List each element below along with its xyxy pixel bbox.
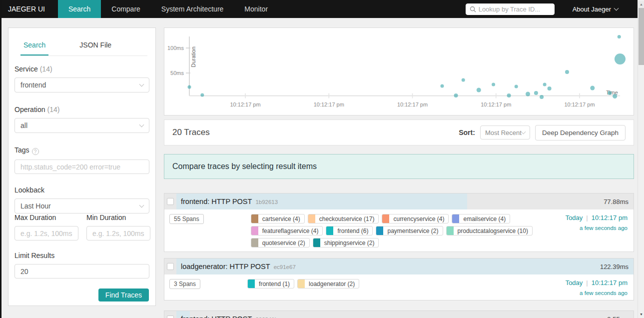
svg-text:50ms: 50ms <box>170 70 184 76</box>
lookback-label: Lookback <box>14 186 149 194</box>
service-tag: productcatalogservice (10) <box>446 226 533 236</box>
trace-select-checkbox[interactable] <box>167 263 174 270</box>
trace-result-item[interactable]: frontend: HTTP POST 066341b 3.55ms <box>164 310 634 318</box>
service-tag: checkoutservice (17) <box>308 214 379 224</box>
sort-select[interactable]: Most Recent <box>480 126 530 140</box>
nav-tab-search[interactable]: Search <box>58 0 101 18</box>
trace-header[interactable]: frontend: HTTP POST 1b92613 77.88ms <box>164 194 634 210</box>
about-jaeger-menu[interactable]: About Jaeger <box>573 6 618 13</box>
trace-select-checkbox[interactable] <box>167 316 174 318</box>
nav-tab-monitor[interactable]: Monitor <box>234 0 278 18</box>
duration-scatter-plot[interactable]: 100ms50msDuration10:12:17 pm10:12:17 pm1… <box>164 28 634 116</box>
service-color-swatch <box>447 226 454 235</box>
service-color-swatch <box>382 214 389 223</box>
trace-title: loadgenerator: HTTP POST <box>181 262 270 270</box>
trace-result-item[interactable]: frontend: HTTP POST 1b92613 77.88ms 55 S… <box>164 193 634 252</box>
trace-time: 10:12:17 pm <box>592 279 628 286</box>
deep-dependency-graph-button[interactable]: Deep Dependency Graph <box>535 125 626 140</box>
nav-tab-system-architecture[interactable]: System Architecture <box>151 0 234 18</box>
svg-text:10:12:17 pm: 10:12:17 pm <box>314 102 344 108</box>
trace-result-list: frontend: HTTP POST 1b92613 77.88ms 55 S… <box>164 193 634 318</box>
svg-text:Duration: Duration <box>190 46 196 68</box>
service-color-swatch <box>313 238 320 247</box>
trace-title: frontend: HTTP POST <box>181 315 252 318</box>
find-traces-button[interactable]: Find Traces <box>98 288 149 302</box>
svg-text:10:12:17 pm: 10:12:17 pm <box>397 102 428 108</box>
scroll-down-arrow[interactable]: ▼ <box>638 311 644 318</box>
service-color-swatch <box>251 238 258 247</box>
service-tag: shippingservice (2) <box>313 238 379 248</box>
service-color-swatch <box>248 280 255 288</box>
chevron-down-icon <box>614 6 619 10</box>
service-color-swatch <box>308 214 315 223</box>
tab-search[interactable]: Search <box>20 36 48 56</box>
trace-count: 20 Traces <box>172 128 210 138</box>
span-count-badge: 3 Spans <box>169 279 200 289</box>
trace-time: 10:12:17 pm <box>592 214 628 222</box>
sort-label: Sort: <box>459 128 475 136</box>
help-icon[interactable]: ? <box>32 148 39 155</box>
search-icon <box>470 6 476 12</box>
operation-select[interactable]: all <box>14 118 149 133</box>
service-select[interactable]: frontend <box>14 78 149 92</box>
trace-id: ec91e67 <box>274 264 296 270</box>
svg-text:10:12:17 pm: 10:12:17 pm <box>481 102 511 108</box>
trace-duration: 122.39ms <box>600 263 629 270</box>
operation-label: Operation(14) <box>14 106 149 114</box>
service-label: Service(14) <box>14 65 149 73</box>
lookback-select[interactable]: Last Hour <box>14 198 149 214</box>
trace-result-item[interactable]: loadgenerator: HTTP POST ec91e67 122.39m… <box>164 258 634 300</box>
nav-tab-compare[interactable]: Compare <box>101 0 151 18</box>
trace-date: Today <box>566 214 583 222</box>
tags-input[interactable] <box>14 160 149 174</box>
trace-select-checkbox[interactable] <box>167 198 174 205</box>
scrollbar[interactable]: ▲ ▼ <box>638 0 644 318</box>
trace-header[interactable]: loadgenerator: HTTP POST ec91e67 122.39m… <box>164 258 634 274</box>
min-duration-input[interactable] <box>86 226 150 240</box>
service-tag: frontend (1) <box>247 279 294 288</box>
chevron-down-icon <box>139 122 144 127</box>
trace-duration: 3.55ms <box>607 316 629 318</box>
service-tag: emailservice (4) <box>452 214 510 224</box>
search-panel: Search JSON File Service(14) frontend Op… <box>8 28 156 306</box>
max-duration-input[interactable] <box>14 226 78 240</box>
trace-id: 1b92613 <box>255 199 278 205</box>
trace-header[interactable]: frontend: HTTP POST 066341b 3.55ms <box>164 311 634 318</box>
tags-label: Tags? <box>14 146 149 155</box>
service-color-swatch <box>251 226 258 235</box>
trace-duration: 77.88ms <box>604 198 629 206</box>
limit-results-input[interactable] <box>14 264 149 278</box>
scrollbar-thumb[interactable] <box>639 8 644 65</box>
top-navbar: JAEGER UI Search Compare System Architec… <box>0 0 644 18</box>
app-brand: JAEGER UI <box>0 0 58 18</box>
search-panel-tabs: Search JSON File <box>20 36 147 56</box>
service-color-swatch <box>326 226 333 235</box>
trace-lookup-input[interactable] <box>479 6 567 13</box>
service-color-swatch <box>251 214 258 223</box>
service-tag: featureflagservice (4) <box>251 226 323 236</box>
scroll-up-arrow[interactable]: ▲ <box>638 1 644 8</box>
service-tag-list: frontend (1)loadgenerator (2) <box>247 279 359 288</box>
service-color-swatch <box>376 226 383 235</box>
svg-text:10:12:17 pm: 10:12:17 pm <box>230 102 260 108</box>
tab-json-file[interactable]: JSON File <box>76 36 114 56</box>
chevron-down-icon <box>139 82 144 86</box>
service-color-swatch <box>298 280 305 288</box>
svg-text:100ms: 100ms <box>167 45 184 51</box>
trace-lookup-box[interactable] <box>466 4 555 15</box>
service-tag: frontend (6) <box>326 226 373 236</box>
window-edge <box>0 0 1 318</box>
trace-date: Today <box>566 279 583 286</box>
compare-banner: Compare traces by selecting result items <box>164 154 634 179</box>
service-tag: paymentservice (2) <box>376 226 443 236</box>
service-color-swatch <box>452 214 459 223</box>
min-duration-label: Min Duration <box>86 214 150 222</box>
svg-text:10:12:17 pm: 10:12:17 pm <box>564 102 595 108</box>
limit-results-label: Limit Results <box>14 252 149 260</box>
span-count-badge: 55 Spans <box>169 214 204 224</box>
service-tag: currencyservice (4) <box>382 214 449 224</box>
results-header: 20 Traces Sort: Most Recent Deep Depende… <box>164 120 634 146</box>
trace-title: frontend: HTTP POST <box>181 198 252 206</box>
max-duration-label: Max Duration <box>14 214 78 222</box>
service-tag: quoteservice (2) <box>251 238 310 248</box>
